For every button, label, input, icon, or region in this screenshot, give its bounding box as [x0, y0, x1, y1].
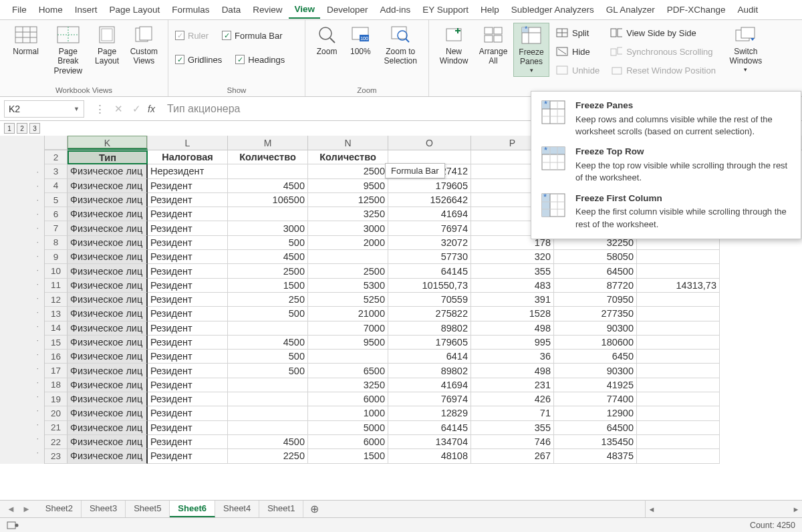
row-header[interactable]: 11 — [45, 279, 68, 293]
cell[interactable]: Резидент — [148, 179, 228, 193]
cell[interactable]: 426 — [471, 392, 554, 406]
sheet-prev[interactable]: ◄ — [7, 504, 15, 514]
arrange-all-button[interactable]: Arrange All — [475, 23, 512, 68]
cell[interactable] — [228, 378, 308, 392]
cell[interactable]: 101550,73 — [388, 279, 471, 293]
cell[interactable]: 41925 — [554, 378, 637, 392]
zoom-100-button[interactable]: 100100% — [344, 23, 376, 58]
sheet-tab[interactable]: Sheet4 — [215, 501, 259, 517]
row-header[interactable]: 16 — [45, 350, 68, 364]
cell[interactable]: 498 — [471, 321, 554, 336]
cell[interactable]: 2250 — [228, 449, 308, 463]
add-sheet-button[interactable]: ⊕ — [303, 503, 325, 515]
cell[interactable]: 57730 — [388, 250, 471, 264]
row-header[interactable]: 23 — [45, 449, 68, 463]
cell[interactable]: Физическое лиц — [68, 193, 148, 207]
cell[interactable]: 3000 — [308, 221, 388, 235]
row-header[interactable]: 13 — [45, 307, 68, 321]
cell[interactable] — [637, 264, 720, 278]
freeze-panes-button[interactable]: *Freeze Panes ▾ — [513, 23, 549, 77]
cell[interactable]: Резидент — [148, 236, 228, 250]
row-header[interactable]: 15 — [45, 336, 68, 350]
row-header[interactable]: 2 — [45, 150, 68, 164]
name-box[interactable]: K2▼ — [4, 100, 84, 118]
cell[interactable]: 64145 — [388, 421, 471, 435]
cell[interactable]: 1500 — [308, 449, 388, 463]
zoom-button[interactable]: Zoom — [311, 23, 343, 58]
cell[interactable] — [637, 336, 720, 350]
select-all[interactable] — [45, 136, 68, 150]
cell[interactable] — [637, 293, 720, 307]
zoom-to-selection-button[interactable]: Zoom to Selection — [378, 23, 424, 68]
cell[interactable]: 64145 — [388, 264, 471, 278]
cell[interactable] — [228, 164, 308, 178]
cell[interactable]: Физическое лиц — [68, 250, 148, 264]
cell[interactable]: Резидент — [148, 293, 228, 307]
cell[interactable]: 391 — [471, 293, 554, 307]
tab-help[interactable]: Help — [475, 1, 505, 18]
cell[interactable]: Количество — [308, 150, 388, 164]
cell[interactable] — [308, 350, 388, 364]
cell[interactable]: Физическое лиц — [68, 264, 148, 278]
cell[interactable]: Физическое лиц — [68, 164, 148, 178]
cell[interactable]: 89802 — [388, 321, 471, 336]
cell[interactable]: Количество — [228, 150, 308, 164]
cell[interactable]: 1528 — [471, 307, 554, 321]
record-macro-icon[interactable] — [7, 521, 19, 530]
cell[interactable]: Резидент — [148, 307, 228, 321]
row-header[interactable]: 19 — [45, 392, 68, 406]
tab-gl-analyzer[interactable]: GL Analyzer — [601, 1, 660, 18]
cell[interactable]: 500 — [228, 364, 308, 378]
options-icon[interactable]: ⋮ — [95, 103, 105, 115]
cell[interactable]: 48375 — [554, 449, 637, 463]
row-header[interactable]: 10 — [45, 264, 68, 278]
outline-level-2[interactable]: 2 — [17, 123, 27, 134]
outline-level-3[interactable]: 3 — [29, 123, 40, 134]
cell[interactable]: 41694 — [388, 207, 471, 221]
cell[interactable]: Налоговая — [148, 150, 228, 164]
cell[interactable]: 76974 — [388, 221, 471, 235]
cell[interactable]: Резидент — [148, 264, 228, 278]
cancel-icon[interactable]: ✕ — [114, 103, 123, 115]
cell[interactable]: Резидент — [148, 392, 228, 406]
tab-page-layout[interactable]: Page Layout — [104, 1, 166, 18]
cell[interactable]: 9500 — [308, 336, 388, 350]
tab-view[interactable]: View — [289, 1, 320, 19]
cell[interactable]: 12900 — [554, 406, 637, 420]
cell[interactable]: 3250 — [308, 378, 388, 392]
cell[interactable] — [637, 350, 720, 364]
fx-icon[interactable]: fx — [148, 104, 155, 114]
cell[interactable]: 6450 — [554, 350, 637, 364]
cell[interactable]: 48108 — [388, 449, 471, 463]
custom-views-button[interactable]: Custom Views — [126, 23, 162, 68]
cell[interactable]: 2500 — [308, 164, 388, 178]
cell[interactable]: Нерезидент — [148, 164, 228, 178]
cell[interactable]: 320 — [471, 250, 554, 264]
cell[interactable] — [637, 378, 720, 392]
cell[interactable]: 179605 — [388, 179, 471, 193]
cell[interactable]: 87720 — [554, 279, 637, 293]
cell[interactable]: 231 — [471, 378, 554, 392]
cell[interactable]: Резидент — [148, 435, 228, 449]
cell[interactable]: 180600 — [554, 336, 637, 350]
tab-subledger-analyzers[interactable]: Subledger Analyzers — [506, 1, 599, 18]
cell[interactable]: Резидент — [148, 221, 228, 235]
row-header[interactable]: 8 — [45, 236, 68, 250]
row-header[interactable]: 4 — [45, 179, 68, 193]
tab-data[interactable]: Data — [217, 1, 247, 18]
cell[interactable]: 2500 — [308, 264, 388, 278]
cell[interactable] — [308, 250, 388, 264]
row-header[interactable]: 9 — [45, 250, 68, 264]
cell[interactable]: 12500 — [308, 193, 388, 207]
cell[interactable]: Резидент — [148, 364, 228, 378]
cell[interactable] — [637, 364, 720, 378]
cell[interactable] — [637, 307, 720, 321]
cell[interactable]: 70559 — [388, 293, 471, 307]
cell[interactable]: Резидент — [148, 193, 228, 207]
sheet-tab[interactable]: Sheet2 — [37, 501, 82, 517]
cell[interactable]: Физическое лиц — [68, 307, 148, 321]
cell[interactable] — [637, 250, 720, 264]
cell[interactable]: Резидент — [148, 279, 228, 293]
column-header[interactable]: O — [388, 136, 471, 150]
cell[interactable]: Физическое лиц — [68, 279, 148, 293]
